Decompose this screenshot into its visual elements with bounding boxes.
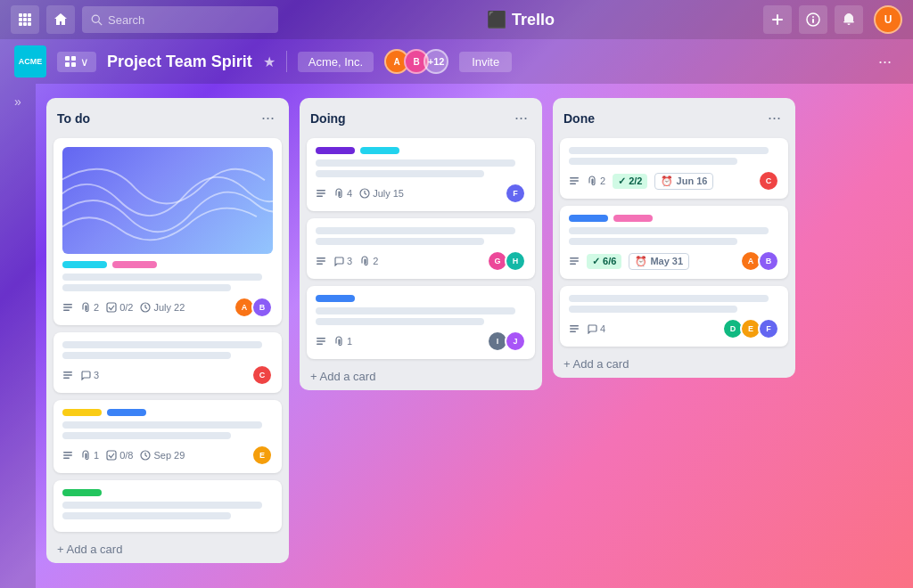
notifications-button[interactable]	[835, 5, 863, 34]
board-content: To do ··· 2 0/2 July 22AB 3C 1 0/8 Sep 2…	[36, 84, 913, 588]
card-labels	[62, 409, 273, 416]
list-cards-doing: 4 July 15F 3 2GH 1IJ	[300, 135, 542, 363]
card-labels	[569, 215, 779, 222]
board-star-button[interactable]: ★	[263, 53, 276, 70]
create-button[interactable]	[763, 5, 792, 34]
card-description-icon	[569, 176, 580, 186]
card-member-avatar[interactable]: F	[758, 318, 779, 339]
card-member-avatar[interactable]: C	[758, 170, 779, 192]
card-title	[569, 295, 779, 313]
svg-rect-49	[570, 325, 579, 327]
svg-rect-27	[63, 378, 70, 380]
svg-rect-23	[107, 303, 116, 312]
search-bar[interactable]: Search	[82, 6, 278, 33]
search-placeholder: Search	[108, 13, 144, 27]
card-member-avatar[interactable]: B	[758, 250, 779, 272]
brand-name: Trello	[512, 11, 555, 29]
sidebar-collapse-button[interactable]: »	[14, 94, 21, 109]
svg-rect-16	[65, 56, 70, 61]
svg-rect-44	[570, 180, 579, 182]
card-members: AB	[740, 250, 779, 272]
svg-rect-43	[570, 177, 579, 179]
card-card8[interactable]: 2✓ 2/2⏰ Jun 16C	[560, 138, 788, 199]
card-meta: ✓ 6/6⏰ May 31AB	[569, 250, 779, 272]
card-labels	[62, 261, 273, 268]
list-cards-todo: 2 0/2 July 22AB 3C 1 0/8 Sep 29E	[46, 135, 289, 535]
card-members: DEF	[722, 318, 779, 339]
svg-rect-18	[65, 62, 70, 67]
info-button[interactable]	[799, 5, 827, 34]
card-card3[interactable]: 1 0/8 Sep 29E	[53, 400, 282, 473]
add-card-button-done[interactable]: + Add a card	[553, 350, 795, 378]
svg-rect-5	[28, 18, 31, 21]
card-labels	[316, 295, 526, 302]
svg-rect-14	[812, 19, 814, 23]
list-header-todo: To do ···	[46, 98, 289, 135]
card-meta: 2 0/2 July 22AB	[62, 297, 273, 318]
svg-rect-20	[63, 304, 72, 306]
card-description-icon	[316, 188, 326, 199]
card-member-avatar[interactable]: F	[505, 183, 526, 204]
card-members: IJ	[487, 331, 526, 352]
list-title-done: Done	[563, 111, 595, 126]
label-chip	[360, 147, 399, 154]
card-card6[interactable]: 3 2GH	[307, 218, 535, 279]
svg-rect-35	[317, 196, 323, 198]
add-card-button-doing[interactable]: + Add a card	[300, 363, 542, 390]
list-header-doing: Doing ···	[300, 98, 542, 135]
list-more-button-doing[interactable]: ···	[511, 107, 531, 129]
svg-rect-17	[71, 56, 76, 61]
card-member-avatar[interactable]: C	[251, 364, 273, 386]
svg-rect-25	[63, 372, 72, 373]
svg-rect-12	[772, 19, 783, 20]
card-members: C	[758, 170, 779, 192]
card-card10[interactable]: 4DEF	[560, 286, 788, 347]
card-card9[interactable]: ✓ 6/6⏰ May 31AB	[560, 206, 788, 279]
card-card7[interactable]: 1IJ	[307, 286, 535, 359]
card-title	[316, 227, 526, 245]
svg-rect-50	[570, 328, 579, 330]
svg-line-10	[99, 21, 103, 25]
workspace-button[interactable]: Acme, Inc.	[298, 52, 374, 72]
card-title	[569, 147, 779, 165]
card-member-avatar[interactable]: E	[251, 445, 273, 466]
card-attach-count: 2	[587, 176, 605, 186]
card-member-avatar[interactable]: B	[251, 297, 273, 318]
card-card4[interactable]	[53, 480, 282, 532]
svg-rect-31	[107, 451, 116, 460]
apps-menu-button[interactable]	[11, 5, 39, 34]
card-description-icon	[62, 370, 73, 380]
card-card2[interactable]: 3C	[53, 332, 282, 393]
label-chip	[569, 215, 608, 222]
card-description-icon	[569, 323, 580, 334]
card-description-icon	[569, 256, 580, 266]
card-card1[interactable]: 2 0/2 July 22AB	[53, 138, 282, 325]
svg-rect-38	[317, 260, 325, 262]
add-card-button-todo[interactable]: + Add a card	[46, 535, 289, 563]
card-labels	[316, 147, 526, 154]
board-header: ACME ∨ Project Team Spirit ★ Acme, Inc. …	[0, 39, 913, 84]
card-meta: 4DEF	[569, 318, 779, 339]
board-more-button[interactable]: ···	[871, 49, 899, 75]
user-avatar[interactable]: U	[874, 5, 902, 34]
card-description-icon	[316, 256, 326, 266]
card-member-avatar[interactable]: J	[505, 331, 526, 352]
card-member-avatar[interactable]: H	[505, 250, 526, 272]
invite-button[interactable]: Invite	[459, 52, 512, 72]
member-count-badge[interactable]: +12	[424, 49, 448, 74]
list-more-button-todo[interactable]: ···	[258, 107, 278, 129]
label-chip	[112, 261, 157, 268]
card-title	[316, 307, 526, 325]
card-card5[interactable]: 4 July 15F	[307, 138, 535, 211]
home-button[interactable]	[46, 5, 75, 34]
card-labels	[62, 489, 273, 496]
board-view-selector[interactable]: ∨	[57, 52, 96, 72]
svg-rect-22	[63, 310, 70, 312]
list-more-button-done[interactable]: ···	[764, 107, 785, 129]
card-comment-count: 3	[333, 256, 352, 266]
svg-rect-51	[570, 331, 576, 333]
label-chip	[62, 261, 107, 268]
card-check-count: 0/2	[106, 302, 133, 313]
card-due-date: Sep 29	[140, 450, 185, 461]
card-attach-count: 4	[333, 188, 352, 199]
